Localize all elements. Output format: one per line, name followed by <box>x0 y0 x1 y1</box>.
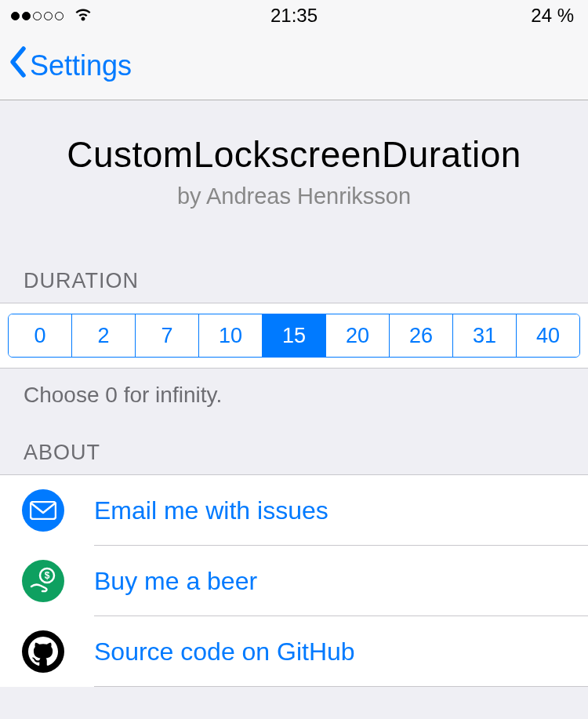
duration-option[interactable]: 7 <box>136 314 199 357</box>
status-left <box>11 5 93 27</box>
status-bar: 21:35 24 % <box>0 0 588 31</box>
duration-segment-container: 027101520263140 <box>0 303 588 369</box>
duration-footer: Choose 0 for infinity. <box>0 369 588 416</box>
about-item-label: Source code on GitHub <box>94 637 355 666</box>
about-item[interactable]: Email me with issues <box>0 475 588 546</box>
signal-icon <box>11 12 64 20</box>
about-list: Email me with issues$Buy me a beerSource… <box>0 474 588 687</box>
duration-option[interactable]: 20 <box>326 314 390 357</box>
chevron-left-icon <box>8 45 28 85</box>
svg-text:$: $ <box>45 570 50 581</box>
separator <box>94 686 588 687</box>
duration-option[interactable]: 2 <box>72 314 136 357</box>
duration-option[interactable]: 10 <box>199 314 263 357</box>
github-icon <box>22 630 64 673</box>
donate-icon: $ <box>22 560 64 602</box>
nav-bar: Settings <box>0 31 588 100</box>
about-item-label: Email me with issues <box>94 496 328 525</box>
duration-option[interactable]: 26 <box>390 314 453 357</box>
duration-segment[interactable]: 027101520263140 <box>8 314 580 358</box>
section-header-about: ABOUT <box>0 416 588 474</box>
about-item[interactable]: Source code on GitHub <box>0 616 588 687</box>
svg-rect-0 <box>31 502 56 519</box>
section-header-duration: DURATION <box>0 225 588 303</box>
wifi-icon <box>73 5 93 27</box>
about-item[interactable]: $Buy me a beer <box>0 546 588 616</box>
tweak-header: CustomLockscreenDuration by Andreas Henr… <box>0 100 588 225</box>
status-time: 21:35 <box>270 5 318 27</box>
duration-option[interactable]: 0 <box>9 314 72 357</box>
mail-icon <box>22 489 64 532</box>
about-item-label: Buy me a beer <box>94 567 257 596</box>
tweak-title: CustomLockscreenDuration <box>16 133 572 176</box>
back-label: Settings <box>30 49 132 82</box>
duration-option[interactable]: 15 <box>263 314 326 357</box>
back-button[interactable]: Settings <box>8 45 132 85</box>
battery-level: 24 % <box>531 5 574 27</box>
duration-option[interactable]: 40 <box>517 314 579 357</box>
duration-option[interactable]: 31 <box>453 314 517 357</box>
tweak-author: by Andreas Henriksson <box>16 183 572 209</box>
